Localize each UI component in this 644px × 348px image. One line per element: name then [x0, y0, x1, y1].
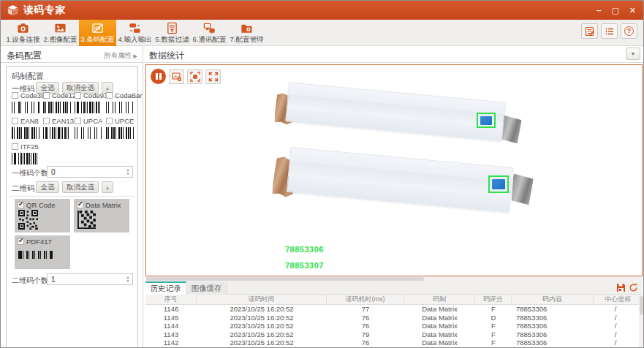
tab-image-cache[interactable]: 图像缓存: [186, 281, 227, 295]
barcode-sample-image: [106, 127, 134, 139]
barcode-sample-image: [43, 102, 71, 113]
stepper-arrows-icon[interactable]: ▲▼: [124, 274, 132, 284]
tab-label: 6.通讯配置: [193, 35, 227, 45]
refresh-button[interactable]: [629, 283, 638, 292]
pause-button[interactable]: [151, 69, 166, 84]
fit-view-icon: [190, 72, 200, 82]
comm-config-icon: [203, 22, 216, 34]
deselect-all-2d-button[interactable]: 取消全选: [62, 181, 99, 193]
barcode-type-upce[interactable]: UPCE: [106, 117, 135, 139]
tab-data-filter[interactable]: 5.数据过滤: [154, 20, 191, 46]
left-panel-header: 条码配置 所有属性 ▶: [1, 46, 143, 63]
history-table-header: 序号 读码时间 读码耗时(ms) 码制 码评分 码内容 中心坐标: [145, 295, 643, 305]
barcode-label: [492, 179, 505, 189]
table-row[interactable]: 11452023/10/25 16:20:5276Data MatrixD788…: [145, 314, 637, 322]
panel-collapse-button[interactable]: ▼: [626, 48, 640, 60]
table-cell: 1146: [145, 305, 197, 314]
tab-label: 4.输入输出: [118, 35, 152, 45]
log-button[interactable]: [581, 23, 598, 39]
barcode-type-itf25[interactable]: ITF25: [12, 143, 41, 164]
barcode-type-upca[interactable]: UPCA: [75, 117, 104, 139]
datamatrix-sample-image: [77, 211, 96, 229]
image-save-button[interactable]: [169, 69, 184, 84]
collapse-2d-button[interactable]: ▲: [102, 181, 113, 193]
tab-input-output[interactable]: 4.输入输出: [116, 20, 154, 46]
column-header[interactable]: 码制: [404, 295, 475, 304]
fit-view-button[interactable]: [187, 69, 202, 84]
barcode-type-ean13[interactable]: EAN13: [43, 117, 72, 139]
tab-image-config[interactable]: 2.图像配置: [42, 20, 79, 46]
tab-comm-config[interactable]: 6.通讯配置: [191, 20, 228, 46]
log-icon: [585, 26, 595, 37]
save-button[interactable]: [616, 283, 626, 292]
tab-config-manage[interactable]: 7.配置管理: [228, 20, 265, 46]
all-properties-link[interactable]: 所有属性 ▶: [104, 51, 137, 61]
table-row[interactable]: 11422023/10/25 16:20:5276Data MatrixF788…: [145, 338, 637, 347]
fullscreen-button[interactable]: [205, 69, 221, 84]
history-actions: [616, 283, 638, 292]
table-cell: 2023/10/25 16:20:52: [197, 330, 327, 339]
stepper-arrows-icon[interactable]: ▲▼: [124, 167, 132, 177]
barcode-type-ean8[interactable]: EAN8: [12, 117, 41, 139]
list-button[interactable]: [601, 23, 618, 39]
barcode-type-code128[interactable]: Code128: [43, 91, 72, 113]
scrollbar-thumb[interactable]: [640, 296, 643, 315]
barcode-type-pdf417[interactable]: PDF417: [15, 235, 70, 269]
window-controls: – ▢ ✕: [596, 1, 636, 20]
count-2d-stepper[interactable]: 1 ▲▼: [47, 273, 133, 285]
image-viewer[interactable]: 78853306 78853307: [145, 64, 643, 276]
silver-tape: [510, 173, 534, 205]
table-cell: 2023/10/25 16:20:52: [197, 322, 327, 330]
select-all-2d-button[interactable]: 全选: [36, 181, 59, 193]
table-cell: 78853306: [512, 305, 594, 314]
column-header[interactable]: 序号: [145, 295, 197, 304]
tab-history[interactable]: 历史记录: [145, 281, 186, 295]
table-cell: 79: [327, 330, 404, 339]
horizontal-scrollbar[interactable]: [145, 276, 643, 281]
barcode-type-qrcode[interactable]: QR Code: [15, 199, 70, 232]
minimize-button[interactable]: –: [596, 1, 601, 20]
tab-barcode-config[interactable]: 3.条码配置: [79, 20, 116, 46]
scrollbar-thumb[interactable]: [146, 277, 424, 281]
table-cell: 76: [327, 322, 404, 330]
checkbox-icon: [43, 92, 50, 99]
toolbar-right-buttons: ?: [581, 23, 637, 39]
table-row[interactable]: 11442023/10/25 16:20:5276Data MatrixF788…: [145, 322, 637, 330]
app-window: 读码专家 – ▢ ✕ 1.设备连接 2.图像配置 3.条码配置 4.输入输出 5…: [0, 0, 644, 348]
checkbox-icon: [106, 118, 113, 124]
qrcode-sample-image: [18, 210, 38, 230]
column-header[interactable]: 码评分: [475, 295, 512, 304]
tab-device-connect[interactable]: 1.设备连接: [4, 20, 42, 46]
column-header[interactable]: 中心坐标: [594, 295, 643, 304]
group-2d-label: 二维码: [12, 184, 35, 194]
column-header[interactable]: 读码耗时(ms): [327, 295, 404, 304]
chevron-right-icon: ▶: [134, 53, 137, 58]
barcode-type-datamatrix[interactable]: Data Matrix: [74, 199, 129, 232]
table-row[interactable]: 11432023/10/25 16:20:5279Data MatrixF788…: [145, 330, 637, 339]
section-title: 码制配置: [12, 71, 44, 82]
all-properties-label: 所有属性: [104, 51, 132, 59]
barcode-type-codabar[interactable]: CodaBar: [106, 91, 135, 113]
code-label: UPCE: [115, 117, 134, 125]
column-header[interactable]: 码内容: [512, 295, 594, 304]
maximize-button[interactable]: ▢: [611, 1, 618, 20]
table-cell: Data Matrix: [404, 305, 475, 314]
barcode-type-code39[interactable]: Code39: [12, 91, 41, 113]
table-cell: Data Matrix: [404, 322, 475, 330]
help-button[interactable]: ?: [621, 23, 637, 39]
tab-label: 7.配置管理: [230, 35, 264, 45]
table-cell: Data Matrix: [404, 338, 475, 347]
column-header[interactable]: 读码时间: [197, 295, 327, 304]
barcode-type-code93[interactable]: Code93: [75, 91, 104, 113]
checkbox-icon: [12, 143, 18, 150]
table-row[interactable]: 11462023/10/25 16:20:5277Data MatrixF788…: [145, 305, 637, 314]
tab-label: 1.设备连接: [7, 35, 40, 45]
table-cell: 1144: [145, 322, 197, 330]
close-button[interactable]: ✕: [629, 1, 636, 20]
barcode-label: [480, 116, 492, 125]
checkbox-icon: [18, 202, 24, 208]
vertical-scrollbar[interactable]: [639, 295, 644, 348]
barcode-sample-image: [12, 102, 39, 113]
count-1d-stepper[interactable]: 0 ▲▼: [47, 166, 133, 178]
right-panel-header: 数据统计 ▼: [143, 46, 644, 63]
